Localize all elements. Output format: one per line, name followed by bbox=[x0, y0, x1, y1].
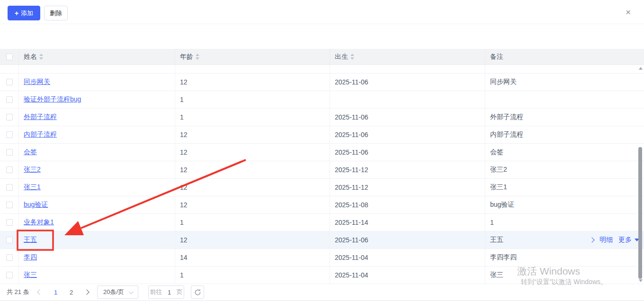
row-checkbox[interactable] bbox=[6, 166, 13, 173]
age-cell: 1 bbox=[175, 109, 330, 126]
detail-action-link[interactable]: 明细 bbox=[599, 236, 613, 244]
add-button[interactable]: + 添加 bbox=[8, 6, 40, 20]
name-cell: 张三 bbox=[19, 65, 175, 73]
table-row[interactable]: 张三2 12 2025-11-12 张三2 bbox=[0, 161, 644, 179]
table-row[interactable]: 业务对象1 1 2025-11-14 1 bbox=[0, 214, 644, 231]
scroll-down-arrow-icon[interactable] bbox=[639, 279, 643, 282]
row-checkbox[interactable] bbox=[6, 272, 13, 278]
remark-text: 会签 bbox=[490, 148, 503, 157]
table-row[interactable]: 张三 1 2025-11-04 张三 bbox=[0, 267, 644, 284]
table-row[interactable]: 内部子流程 12 2025-11-06 内部子流程 bbox=[0, 126, 644, 144]
page: { "colors": { "primary": "#4164F6", "lin… bbox=[0, 0, 644, 304]
remark-text: 内部子流程 bbox=[490, 130, 523, 139]
row-name-link[interactable]: 同步网关 bbox=[24, 78, 50, 86]
birth-cell bbox=[330, 65, 485, 73]
row-name-link[interactable]: 外部子流程 bbox=[24, 113, 57, 121]
page-button-2[interactable]: 2 bbox=[70, 284, 73, 301]
scroll-up-arrow-icon[interactable] bbox=[639, 67, 643, 70]
refresh-button[interactable] bbox=[191, 286, 204, 299]
row-name-link[interactable]: 验证外部子流程bug bbox=[24, 95, 81, 104]
row-checkbox[interactable] bbox=[6, 79, 13, 85]
filter-bar: 姓名: 年龄: - 出生: 请选择 - 请选择 搜索 重置 展开 bbox=[0, 24, 644, 49]
close-icon[interactable]: × bbox=[626, 8, 631, 17]
name-cell: 同步网关 bbox=[19, 74, 175, 91]
table-row[interactable]: 李四 14 2025-11-04 李四李四 bbox=[0, 249, 644, 267]
birth-cell: 2025-11-12 bbox=[330, 161, 485, 178]
row-name-link[interactable]: 内部子流程 bbox=[24, 130, 57, 139]
table-row[interactable]: 张三1 12 2025-11-12 张三1 bbox=[0, 179, 644, 196]
row-name-link[interactable]: 张三 bbox=[24, 65, 37, 66]
row-checkbox[interactable] bbox=[6, 219, 13, 226]
row-checkbox[interactable] bbox=[6, 131, 13, 138]
table-row[interactable]: 会签 12 2025-11-06 会签 bbox=[0, 144, 644, 161]
goto-page-input[interactable] bbox=[166, 289, 173, 296]
prev-page-button[interactable] bbox=[38, 284, 42, 301]
page-size-select[interactable]: 20条/页 bbox=[97, 286, 138, 299]
row-name-link[interactable]: 李四 bbox=[24, 253, 37, 262]
page-button-1[interactable]: 1 bbox=[54, 284, 57, 301]
birth-cell: 2025-11-14 bbox=[330, 214, 485, 231]
row-checkbox[interactable] bbox=[6, 149, 13, 156]
next-page-button[interactable] bbox=[85, 284, 89, 301]
column-header-age[interactable]: 年龄 bbox=[175, 49, 330, 64]
remark-cell: 张三 bbox=[485, 267, 644, 284]
goto-unit: 页 bbox=[177, 288, 183, 296]
birth-cell: 2025-11-12 bbox=[330, 179, 485, 196]
age-cell: 12 bbox=[175, 231, 330, 249]
column-header-name[interactable]: 姓名 bbox=[19, 49, 175, 64]
age-cell: 12 bbox=[175, 74, 330, 91]
table-row[interactable]: bug验证 12 2025-11-08 bug验证 bbox=[0, 196, 644, 214]
sort-icon[interactable] bbox=[39, 54, 43, 60]
row-name-link[interactable]: 张三2 bbox=[24, 166, 41, 174]
remark-cell: 王五 明细 更多 bbox=[485, 231, 644, 249]
table-row[interactable]: 同步网关 12 2025-11-06 同步网关 bbox=[0, 74, 644, 91]
row-name-link[interactable]: 业务对象1 bbox=[24, 218, 54, 227]
row-checkbox[interactable] bbox=[6, 237, 13, 243]
table-row[interactable]: 王五 12 2025-11-06 王五 明细 更多 bbox=[0, 231, 644, 249]
goto-page-box: 前往 页 bbox=[148, 286, 184, 299]
row-checkbox-cell bbox=[0, 126, 19, 143]
row-name-link[interactable]: 会签 bbox=[24, 148, 37, 157]
row-checkbox[interactable] bbox=[6, 114, 13, 120]
select-all-checkbox[interactable] bbox=[6, 54, 13, 60]
remark-text: 1 bbox=[490, 219, 494, 226]
scrollbar-thumb[interactable] bbox=[638, 147, 642, 279]
birth-cell: 2025-11-04 bbox=[330, 267, 485, 284]
vertical-scrollbar[interactable] bbox=[638, 65, 644, 284]
remark-cell: 张三2 bbox=[485, 161, 644, 178]
sort-icon[interactable] bbox=[350, 54, 354, 60]
name-cell: 张三1 bbox=[19, 179, 175, 196]
add-button-label: 添加 bbox=[21, 9, 33, 18]
table-row[interactable]: 外部子流程 1 2025-11-06 外部子流程 bbox=[0, 109, 644, 126]
row-name-link[interactable]: 王五 bbox=[24, 236, 37, 244]
page-size-value: 20条/页 bbox=[103, 288, 124, 296]
age-cell bbox=[175, 65, 330, 73]
row-checkbox[interactable] bbox=[6, 254, 13, 261]
row-name-link[interactable]: 张三 bbox=[24, 271, 37, 279]
row-checkbox[interactable] bbox=[6, 96, 13, 103]
row-checkbox-cell bbox=[0, 214, 19, 231]
remark-text: 张三2 bbox=[490, 166, 507, 174]
chevron-right-icon[interactable] bbox=[589, 237, 594, 242]
delete-button[interactable]: 删除 bbox=[44, 6, 68, 20]
age-cell: 12 bbox=[175, 161, 330, 178]
row-checkbox[interactable] bbox=[6, 184, 13, 191]
refresh-icon bbox=[194, 289, 201, 296]
row-checkbox-cell bbox=[0, 91, 19, 108]
remark-cell: 同步网关 bbox=[485, 74, 644, 91]
name-cell: 外部子流程 bbox=[19, 109, 175, 126]
row-checkbox-cell bbox=[0, 179, 19, 196]
age-cell: 12 bbox=[175, 179, 330, 196]
row-checkbox-cell bbox=[0, 161, 19, 178]
row-name-link[interactable]: bug验证 bbox=[24, 201, 48, 209]
row-actions: 明细 更多 bbox=[590, 236, 639, 244]
age-cell: 1 bbox=[175, 267, 330, 284]
row-name-link[interactable]: 张三1 bbox=[24, 183, 41, 192]
column-header-birth[interactable]: 出生 bbox=[330, 49, 485, 64]
row-checkbox[interactable] bbox=[6, 202, 13, 208]
birth-cell: 2025-11-08 bbox=[330, 196, 485, 213]
birth-cell: 2025-11-06 bbox=[330, 231, 485, 249]
more-action-link[interactable]: 更多 bbox=[618, 236, 632, 244]
sort-icon[interactable] bbox=[196, 54, 199, 60]
table-row[interactable]: 验证外部子流程bug 1 bbox=[0, 91, 644, 109]
